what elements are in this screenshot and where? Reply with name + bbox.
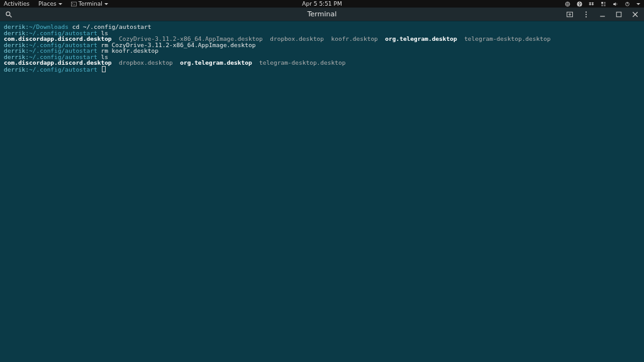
datetime-label: Apr 5 5:51 PM bbox=[302, 1, 341, 7]
chevron-down-icon bbox=[104, 3, 108, 5]
maximize-icon[interactable] bbox=[615, 11, 623, 18]
header-left bbox=[5, 11, 13, 18]
close-icon[interactable] bbox=[631, 11, 639, 18]
places-menu[interactable]: Places bbox=[38, 1, 62, 7]
chevron-down-icon bbox=[58, 3, 62, 5]
input-source-icon[interactable] bbox=[565, 1, 570, 7]
volume-icon[interactable] bbox=[613, 1, 618, 7]
terminal-icon bbox=[71, 1, 77, 7]
workspace-icon[interactable] bbox=[601, 1, 606, 7]
svg-rect-7 bbox=[604, 4, 606, 6]
prompt-path: ~/.config/autostart bbox=[29, 65, 97, 72]
activities-label: Activities bbox=[4, 1, 30, 7]
svg-point-17 bbox=[586, 16, 587, 17]
cursor bbox=[102, 66, 106, 72]
file-entry: koofr.desktop bbox=[324, 35, 378, 42]
topbar-left: Activities Places Terminal bbox=[4, 1, 108, 7]
power-icon[interactable] bbox=[625, 1, 630, 7]
svg-point-3 bbox=[579, 2, 580, 3]
svg-line-11 bbox=[10, 15, 12, 17]
file-entry: dropbox.desktop bbox=[112, 59, 173, 66]
chevron-down-icon[interactable] bbox=[636, 3, 640, 5]
search-icon[interactable] bbox=[5, 11, 13, 18]
command-text bbox=[97, 65, 101, 72]
header-right bbox=[566, 11, 639, 18]
gnome-topbar: Activities Places Terminal Apr 5 5:51 PM bbox=[0, 0, 644, 8]
places-label: Places bbox=[38, 1, 57, 7]
topbar-datetime[interactable]: Apr 5 5:51 PM bbox=[302, 1, 341, 7]
new-tab-icon[interactable] bbox=[566, 11, 574, 18]
svg-rect-5 bbox=[604, 2, 606, 4]
file-entry: org.telegram.desktop bbox=[378, 35, 457, 42]
svg-point-10 bbox=[6, 11, 10, 15]
file-entry: org.telegram.desktop bbox=[173, 59, 252, 66]
file-entry: dropbox.desktop bbox=[263, 35, 324, 42]
menu-icon[interactable] bbox=[582, 11, 590, 18]
svg-point-15 bbox=[586, 11, 587, 13]
dropbox-icon[interactable] bbox=[589, 1, 594, 7]
svg-rect-19 bbox=[616, 12, 621, 17]
svg-rect-4 bbox=[601, 2, 603, 4]
terminal-body[interactable]: derrik:~/Downloads cd ~/.config/autostar… bbox=[0, 21, 644, 75]
topbar-right bbox=[565, 1, 640, 7]
svg-rect-6 bbox=[601, 4, 603, 6]
file-entry: telegram-desktop.desktop bbox=[252, 59, 346, 66]
accessibility-icon[interactable] bbox=[577, 1, 582, 7]
window-title: Terminal bbox=[308, 10, 337, 18]
svg-rect-0 bbox=[71, 2, 76, 6]
prompt-user: derrik: bbox=[4, 65, 29, 72]
terminal-line: derrik:~/.config/autostart bbox=[4, 66, 640, 72]
minimize-icon[interactable] bbox=[599, 11, 606, 18]
svg-point-16 bbox=[586, 14, 587, 15]
activities-button[interactable]: Activities bbox=[4, 1, 30, 7]
app-menu[interactable]: Terminal bbox=[71, 1, 108, 7]
file-entry: telegram-desktop.desktop bbox=[457, 35, 551, 42]
terminal-headerbar: Terminal bbox=[0, 8, 644, 21]
app-menu-label: Terminal bbox=[79, 1, 103, 7]
